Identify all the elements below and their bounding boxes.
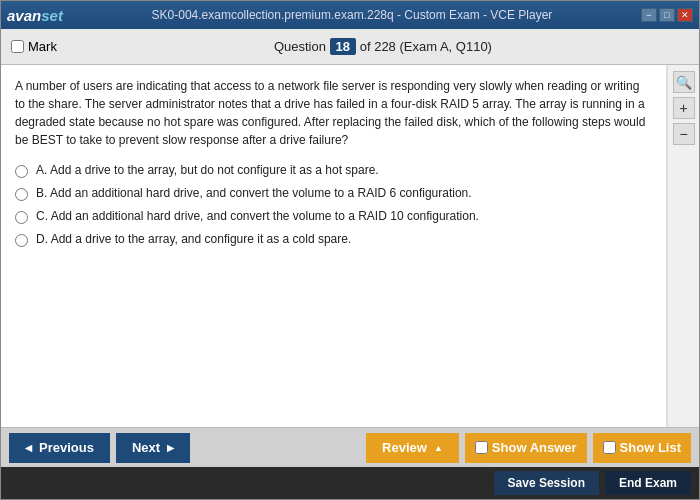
question-panel: A number of users are indicating that ac…: [1, 65, 667, 427]
list-item: C. Add an additional hard drive, and con…: [15, 209, 652, 224]
list-item: D. Add a drive to the array, and configu…: [15, 232, 652, 247]
bottom-nav: Previous Next Review Show Answer Show Li…: [1, 427, 699, 467]
window-title: SK0-004.examcollection.premium.exam.228q…: [63, 8, 641, 22]
close-button[interactable]: ✕: [677, 8, 693, 22]
title-bar: avanset SK0-004.examcollection.premium.e…: [1, 1, 699, 29]
option-c-label: C. Add an additional hard drive, and con…: [36, 209, 479, 223]
option-a-radio[interactable]: [15, 165, 28, 178]
option-c-radio[interactable]: [15, 211, 28, 224]
option-b-radio[interactable]: [15, 188, 28, 201]
mark-label[interactable]: Mark: [11, 39, 57, 54]
minimize-button[interactable]: −: [641, 8, 657, 22]
show-list-label: Show List: [620, 440, 681, 455]
logo-part2: set: [41, 7, 63, 24]
toolbar: Mark Question 18 of 228 (Exam A, Q110): [1, 29, 699, 65]
review-button[interactable]: Review: [366, 433, 459, 463]
show-answer-container[interactable]: Show Answer: [465, 433, 587, 463]
show-answer-label: Show Answer: [492, 440, 577, 455]
question-total: of 228 (Exam A, Q110): [360, 39, 492, 54]
session-bar: Save Session End Exam: [1, 467, 699, 499]
list-item: B. Add an additional hard drive, and con…: [15, 186, 652, 201]
question-label: Question: [274, 39, 326, 54]
app-window: avanset SK0-004.examcollection.premium.e…: [0, 0, 700, 500]
option-d-label: D. Add a drive to the array, and configu…: [36, 232, 351, 246]
previous-button[interactable]: Previous: [9, 433, 110, 463]
option-d-radio[interactable]: [15, 234, 28, 247]
content-area: A number of users are indicating that ac…: [1, 65, 699, 427]
search-button[interactable]: 🔍: [673, 71, 695, 93]
question-text: A number of users are indicating that ac…: [15, 77, 652, 149]
option-a-label: A. Add a drive to the array, but do not …: [36, 163, 379, 177]
mark-checkbox[interactable]: [11, 40, 24, 53]
question-number: 18: [330, 38, 356, 55]
option-b-label: B. Add an additional hard drive, and con…: [36, 186, 472, 200]
save-session-button[interactable]: Save Session: [494, 471, 599, 495]
question-info: Question 18 of 228 (Exam A, Q110): [77, 38, 689, 55]
answer-options: A. Add a drive to the array, but do not …: [15, 163, 652, 247]
list-item: A. Add a drive to the array, but do not …: [15, 163, 652, 178]
sidebar-tools: 🔍 + −: [667, 65, 699, 427]
app-logo: avanset: [7, 7, 63, 24]
next-button[interactable]: Next: [116, 433, 190, 463]
maximize-button[interactable]: □: [659, 8, 675, 22]
show-answer-checkbox[interactable]: [475, 441, 488, 454]
logo-part1: avan: [7, 7, 41, 24]
window-controls: − □ ✕: [641, 8, 693, 22]
mark-text: Mark: [28, 39, 57, 54]
zoom-in-button[interactable]: +: [673, 97, 695, 119]
show-list-checkbox[interactable]: [603, 441, 616, 454]
show-list-container[interactable]: Show List: [593, 433, 691, 463]
end-exam-button[interactable]: End Exam: [605, 471, 691, 495]
zoom-out-button[interactable]: −: [673, 123, 695, 145]
